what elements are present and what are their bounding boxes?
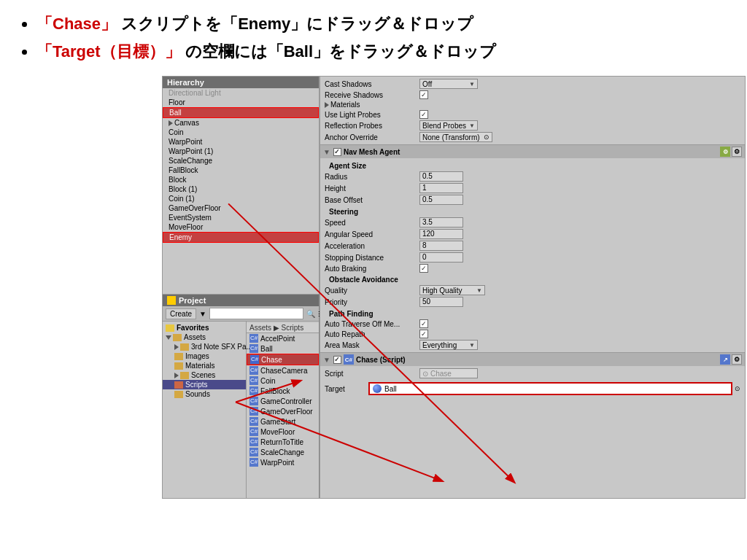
angular-speed-label: Angular Speed — [325, 230, 419, 238]
radius-row: Radius 0.5 — [325, 171, 740, 182]
search-icon[interactable]: 🔍 — [306, 310, 315, 318]
nav-mesh-checkbox[interactable] — [333, 148, 341, 156]
project-panel: Project Create ▼ 🔍 ☰ ★ Favorites — [163, 294, 319, 498]
instruction-1: 「Chase」 スクリプトを「Enemy」にドラッグ＆ドロップ — [36, 13, 725, 35]
nav-mesh-gear-button[interactable]: ⚙ — [732, 147, 742, 157]
reflection-probes-value: Blend Probes ▼ — [419, 120, 740, 131]
h-directional-light[interactable]: Directional Light — [163, 88, 319, 98]
h-ball[interactable]: Ball — [163, 107, 319, 118]
toolbar-separator: ▼ — [199, 310, 206, 318]
h-eventsystem[interactable]: EventSystem — [163, 213, 319, 222]
script-chase[interactable]: C# Chase — [247, 354, 319, 365]
script-accelpoint[interactable]: C# AccelPoint — [247, 333, 319, 343]
script-icon-accelpoint: C# — [249, 334, 258, 343]
h-enemy[interactable]: Enemy — [163, 232, 319, 243]
h-fallblock[interactable]: FallBlock — [163, 166, 319, 175]
cast-shadows-dropdown[interactable]: Off ▼ — [419, 79, 478, 89]
radius-input[interactable]: 0.5 — [419, 171, 463, 182]
scripts-label: Scripts — [185, 381, 208, 389]
height-input[interactable]: 1 — [419, 183, 463, 193]
script-gamecontroller[interactable]: C# GameController — [247, 396, 319, 406]
script-label-returntotitle: ReturnToTitle — [260, 438, 303, 446]
receive-shadows-checkbox[interactable] — [419, 90, 428, 99]
h-floor[interactable]: Floor — [163, 98, 319, 107]
script-icon-returntotitle: C# — [249, 438, 258, 446]
anchor-override-row: Anchor Override None (Transform) ⊙ — [325, 131, 740, 143]
script-fallblock[interactable]: C# FallBlock — [247, 386, 319, 396]
pt-favorites[interactable]: Favorites — [163, 323, 246, 332]
h-gameoverfloor[interactable]: GameOverFloor — [163, 203, 319, 213]
auto-traverse-checkbox[interactable] — [419, 319, 428, 328]
area-mask-dropdown[interactable]: Everything ▼ — [419, 340, 478, 350]
pt-assets[interactable]: Assets — [163, 332, 246, 342]
auto-braking-checkbox[interactable] — [419, 264, 428, 273]
h-warppoint1[interactable]: WarpPoint (1) — [163, 147, 319, 156]
script-ball[interactable]: C# Ball — [247, 343, 319, 354]
materials-label: Materials — [325, 101, 419, 109]
pt-scripts[interactable]: Scripts — [163, 380, 246, 389]
auto-repath-checkbox[interactable] — [419, 330, 428, 338]
cast-shadows-value: Off ▼ — [419, 79, 740, 89]
priority-input[interactable]: 50 — [419, 297, 463, 307]
h-block1[interactable]: Block (1) — [163, 184, 319, 194]
project-title: Project — [179, 296, 206, 305]
pt-scenes[interactable]: Scenes — [163, 370, 246, 380]
script-chasecamera[interactable]: C# ChaseCamera — [247, 365, 319, 376]
quality-dropdown[interactable]: High Quality ▼ — [419, 285, 485, 295]
materials-label: Materials — [185, 362, 215, 370]
cast-shadows-label: Cast Shadows — [325, 80, 419, 88]
use-light-probes-value — [419, 110, 740, 119]
anchor-override-dropdown[interactable]: None (Transform) ⊙ — [419, 132, 492, 142]
chase-script-gear-button[interactable]: ⚙ — [732, 354, 742, 365]
target-value-field[interactable]: Ball — [368, 382, 732, 395]
pt-sounds[interactable]: Sounds — [163, 389, 246, 399]
materials-toggle-icon — [325, 102, 329, 108]
script-coin[interactable]: C# Coin — [247, 376, 319, 386]
quality-label: Quality — [325, 287, 419, 295]
script-warppoint[interactable]: C# WarpPoint — [247, 457, 319, 467]
pt-3rdnote[interactable]: 3rd Note SFX Pa... — [163, 342, 246, 351]
h-canvas[interactable]: Canvas — [163, 118, 319, 128]
script-icon-gamestart: C# — [249, 417, 258, 426]
script-label-scalechange: ScaleChange — [260, 448, 304, 456]
height-row: Height 1 — [325, 182, 740, 194]
quality-text: High Quality — [422, 287, 462, 295]
script-gameoverfloor[interactable]: C# GameOverFloor — [247, 406, 319, 416]
create-button[interactable]: Create — [166, 308, 196, 319]
use-light-probes-checkbox[interactable] — [419, 110, 428, 119]
reflection-probes-row: Reflection Probes Blend Probes ▼ — [325, 120, 740, 131]
reflection-probes-dropdown[interactable]: Blend Probes ▼ — [419, 120, 478, 131]
3rdnote-folder-icon — [180, 343, 189, 351]
acceleration-input[interactable]: 8 — [419, 241, 463, 251]
stopping-distance-label: Stopping Distance — [325, 254, 419, 262]
stopping-distance-input[interactable]: 0 — [419, 252, 463, 262]
receive-shadows-value — [419, 90, 740, 99]
scripts-breadcrumb: Assets ▶ Scripts — [247, 323, 319, 333]
script-gamestart[interactable]: C# GameStart — [247, 416, 319, 427]
pt-materials[interactable]: Materials — [163, 361, 246, 370]
script-returntotitle[interactable]: C# ReturnToTitle — [247, 437, 319, 447]
script-movefloor[interactable]: C# MoveFloor — [247, 427, 319, 437]
angular-speed-input[interactable]: 120 — [419, 229, 463, 239]
highlight-target: 「Target（目標）」 — [36, 42, 181, 61]
h-warppoint[interactable]: WarpPoint — [163, 137, 319, 147]
chase-checkbox[interactable] — [333, 356, 341, 364]
target-circle-icon[interactable]: ⊙ — [735, 385, 740, 392]
favorites-icon — [166, 324, 174, 332]
cast-shadows-row: Cast Shadows Off ▼ — [325, 78, 740, 90]
chase-toggle-icon[interactable]: ▼ — [323, 356, 330, 364]
h-block[interactable]: Block — [163, 175, 319, 184]
h-movefloor[interactable]: MoveFloor — [163, 222, 319, 232]
auto-traverse-label: Auto Traverse Off Me... — [325, 320, 419, 328]
h-coin1[interactable]: Coin (1) — [163, 194, 319, 203]
nav-mesh-toggle-icon[interactable]: ▼ — [323, 148, 330, 156]
h-scalechange[interactable]: ScaleChange — [163, 156, 319, 166]
script-scalechange[interactable]: C# ScaleChange — [247, 447, 319, 457]
h-coin[interactable]: Coin — [163, 128, 319, 137]
speed-input[interactable]: 3.5 — [419, 217, 463, 228]
pt-images[interactable]: Images — [163, 351, 246, 361]
search-input[interactable] — [209, 308, 303, 319]
steering-header: Steering — [325, 206, 740, 217]
base-offset-input[interactable]: 0.5 — [419, 195, 463, 205]
script-label-coin: Coin — [260, 377, 276, 385]
